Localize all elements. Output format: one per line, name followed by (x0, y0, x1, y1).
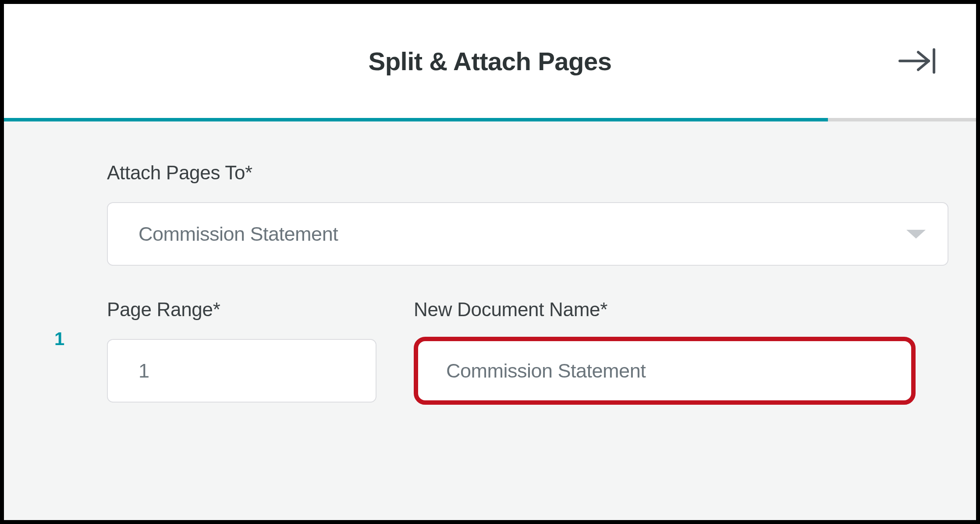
page-range-label: Page Range* (107, 299, 376, 321)
page-range-column: Page Range* (107, 299, 376, 403)
row-number: 1 (54, 328, 64, 349)
page-range-input[interactable] (107, 339, 376, 403)
attach-to-dropdown[interactable]: Commission Statement (107, 202, 948, 266)
page-row: 1 Page Range* New Document Name* (107, 299, 932, 405)
progress-fill (4, 118, 828, 121)
split-attach-panel: Split & Attach Pages Attach Pages To* Co… (0, 0, 980, 524)
panel-title: Split & Attach Pages (368, 46, 611, 76)
document-name-label: New Document Name* (414, 299, 932, 321)
document-name-input[interactable] (414, 337, 916, 405)
attach-to-selected-value: Commission Statement (138, 223, 906, 246)
progress-bar (4, 118, 976, 121)
panel-body: Attach Pages To* Commission Statement 1 … (4, 121, 976, 520)
collapse-panel-icon[interactable] (897, 46, 937, 76)
document-name-column: New Document Name* (414, 299, 932, 405)
attach-to-label: Attach Pages To* (107, 162, 932, 184)
panel-header: Split & Attach Pages (4, 4, 976, 118)
chevron-down-icon (906, 230, 926, 239)
